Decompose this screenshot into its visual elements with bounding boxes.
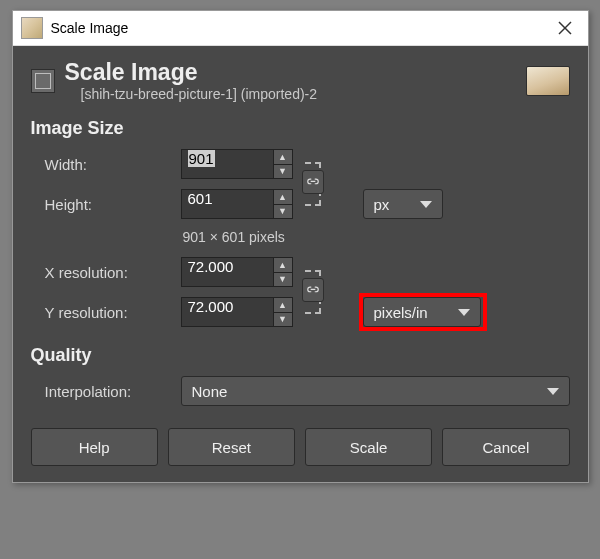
width-decrement[interactable]: ▼ (274, 164, 292, 179)
height-input[interactable]: 601 (182, 190, 273, 218)
cancel-button[interactable]: Cancel (442, 428, 569, 466)
chain-toggle[interactable] (302, 170, 324, 194)
width-label: Width: (31, 156, 181, 173)
height-increment[interactable]: ▲ (274, 190, 292, 204)
width-input[interactable]: 901 (182, 150, 273, 178)
reset-button[interactable]: Reset (168, 428, 295, 466)
pixel-dimensions-note: 901 × 601 pixels (181, 229, 483, 247)
height-spinner[interactable]: 601 ▲ ▼ (181, 189, 293, 219)
scale-button[interactable]: Scale (305, 428, 432, 466)
scale-image-icon (31, 69, 55, 93)
y-resolution-input[interactable]: 72.000 (182, 298, 273, 326)
scale-image-dialog: Scale Image Scale Image [shih-tzu-breed-… (12, 10, 589, 483)
dialog-title: Scale Image (65, 60, 526, 84)
height-label: Height: (31, 196, 181, 213)
chevron-down-icon (458, 309, 470, 316)
resolution-unit-dropdown[interactable]: pixels/in (363, 297, 481, 327)
help-button[interactable]: Help (31, 428, 158, 466)
close-icon (558, 21, 572, 35)
interpolation-label: Interpolation: (31, 383, 181, 400)
y-resolution-spinner[interactable]: 72.000 ▲ ▼ (181, 297, 293, 327)
chevron-down-icon (547, 388, 559, 395)
chain-link-icon (306, 175, 320, 189)
window-title: Scale Image (51, 20, 129, 36)
xres-decrement[interactable]: ▼ (274, 272, 292, 287)
y-resolution-label: Y resolution: (31, 304, 181, 321)
yres-increment[interactable]: ▲ (274, 298, 292, 312)
yres-decrement[interactable]: ▼ (274, 312, 292, 327)
app-icon (21, 17, 43, 39)
x-resolution-label: X resolution: (31, 264, 181, 281)
preview-thumbnail (526, 66, 570, 96)
width-increment[interactable]: ▲ (274, 150, 292, 164)
image-size-heading: Image Size (31, 118, 570, 139)
size-unit-label: px (374, 196, 390, 213)
resolution-unit-label: pixels/in (374, 304, 428, 321)
close-button[interactable] (542, 11, 588, 45)
xres-increment[interactable]: ▲ (274, 258, 292, 272)
dialog-button-row: Help Reset Scale Cancel (31, 428, 570, 466)
quality-heading: Quality (31, 345, 570, 366)
titlebar: Scale Image (13, 11, 588, 46)
x-resolution-input[interactable]: 72.000 (182, 258, 273, 286)
size-unit-dropdown[interactable]: px (363, 189, 443, 219)
width-spinner[interactable]: 901 ▲ ▼ (181, 149, 293, 179)
dialog-subtitle: [shih-tzu-breed-picture-1] (imported)-2 (81, 86, 526, 102)
height-decrement[interactable]: ▼ (274, 204, 292, 219)
chevron-down-icon (420, 201, 432, 208)
x-resolution-spinner[interactable]: 72.000 ▲ ▼ (181, 257, 293, 287)
interpolation-dropdown[interactable]: None (181, 376, 570, 406)
resolution-chain-toggle[interactable] (302, 278, 324, 302)
chain-link-icon (306, 283, 320, 297)
dialog-header: Scale Image [shih-tzu-breed-picture-1] (… (31, 60, 570, 102)
interpolation-value: None (192, 383, 228, 400)
